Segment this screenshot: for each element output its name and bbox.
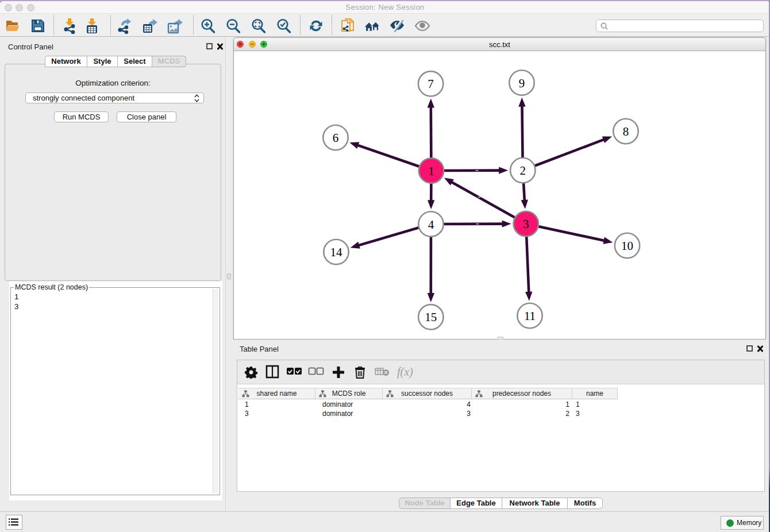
svg-text:14: 14: [330, 245, 343, 259]
svg-text:10: 10: [621, 239, 633, 253]
svg-text:11: 11: [524, 309, 536, 323]
svg-text:1: 1: [428, 164, 434, 178]
svg-text:f(x): f(x): [397, 365, 413, 379]
svg-text:2: 2: [520, 164, 526, 178]
svg-text:4: 4: [428, 218, 434, 232]
svg-text:3: 3: [523, 217, 529, 231]
svg-text:6: 6: [333, 131, 339, 145]
svg-text:7: 7: [428, 77, 434, 91]
svg-text:9: 9: [519, 76, 525, 90]
svg-text:8: 8: [623, 125, 629, 138]
svg-text:15: 15: [425, 310, 437, 324]
